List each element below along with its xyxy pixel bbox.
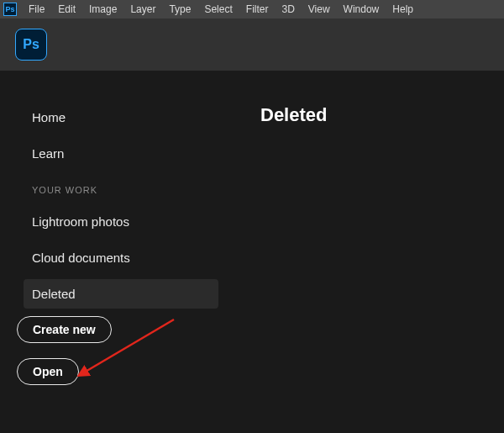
menu-type[interactable]: Type — [162, 3, 197, 15]
open-button[interactable]: Open — [17, 358, 79, 385]
menubar: Ps File Edit Image Layer Type Select Fil… — [0, 0, 504, 18]
sidebar-item-lightroom-photos[interactable]: Lightroom photos — [24, 207, 218, 236]
menu-3d[interactable]: 3D — [275, 3, 301, 15]
page-title: Deleted — [260, 104, 504, 126]
sidebar: Home Learn YOUR WORK Lightroom photos Cl… — [0, 71, 218, 315]
menu-file[interactable]: File — [22, 3, 51, 15]
menu-layer[interactable]: Layer — [123, 3, 162, 15]
create-new-button[interactable]: Create new — [17, 316, 112, 343]
menu-filter[interactable]: Filter — [239, 3, 276, 15]
sidebar-item-cloud-documents[interactable]: Cloud documents — [24, 243, 218, 272]
menu-edit[interactable]: Edit — [51, 3, 82, 15]
menu-help[interactable]: Help — [386, 3, 420, 15]
app-logo: Ps — [15, 29, 47, 61]
ps-icon: Ps — [3, 3, 17, 16]
main-content: Deleted — [218, 71, 504, 315]
header: Ps — [0, 18, 504, 71]
sidebar-item-home[interactable]: Home — [24, 103, 218, 132]
menu-image[interactable]: Image — [82, 3, 123, 15]
sidebar-section-label: YOUR WORK — [32, 185, 218, 195]
sidebar-item-learn[interactable]: Learn — [24, 139, 218, 168]
menu-select[interactable]: Select — [197, 3, 239, 15]
menu-view[interactable]: View — [302, 3, 337, 15]
action-buttons: Create new Open — [17, 316, 112, 400]
sidebar-item-deleted[interactable]: Deleted — [24, 279, 218, 309]
menu-window[interactable]: Window — [337, 3, 386, 15]
